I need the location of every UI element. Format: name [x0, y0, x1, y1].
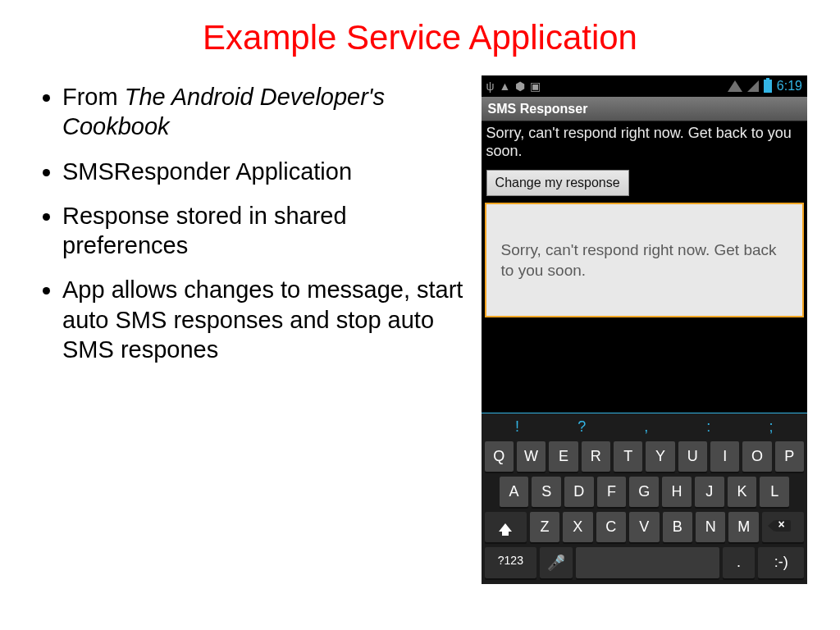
key-s[interactable]: S — [532, 477, 561, 507]
key-h[interactable]: H — [662, 477, 692, 507]
key-p[interactable]: P — [775, 441, 804, 472]
key-v[interactable]: V — [629, 512, 659, 542]
key-b[interactable]: B — [663, 512, 692, 542]
key-d[interactable]: D — [564, 477, 594, 507]
download-icon: ▣ — [530, 80, 541, 93]
key-period[interactable]: . — [723, 547, 756, 578]
mic-icon: 🎤 — [547, 555, 565, 571]
key-punct[interactable]: ? — [578, 418, 586, 436]
response-input-text: Sorry, can't respond right now. Get back… — [501, 240, 788, 281]
key-z[interactable]: Z — [530, 512, 559, 542]
key-punct[interactable]: ! — [515, 418, 519, 436]
key-space[interactable] — [576, 547, 719, 578]
key-e[interactable]: E — [549, 441, 578, 472]
key-m[interactable]: M — [728, 512, 758, 542]
slide-title: Example Service Application — [0, 0, 840, 72]
key-mic[interactable]: 🎤 — [540, 547, 573, 578]
backspace-icon — [774, 520, 791, 532]
key-punct[interactable]: : — [706, 418, 710, 436]
key-punct[interactable]: ; — [769, 418, 773, 436]
app-title-bar: SMS Responser — [482, 97, 807, 121]
keyboard-punct-row: ! ? , : ; — [482, 413, 807, 439]
keyboard-row-2: A S D F G H J K L — [482, 474, 807, 509]
status-bar: ψ ▲ ⬢ ▣ 6:19 — [482, 75, 807, 97]
key-shift[interactable] — [485, 512, 527, 542]
battery-icon — [764, 80, 772, 93]
bullet-list: From The Android Developer's Cookbook SM… — [33, 72, 473, 584]
key-w[interactable]: W — [517, 441, 546, 472]
key-backspace[interactable] — [762, 512, 804, 542]
key-n[interactable]: N — [696, 512, 725, 542]
key-k[interactable]: K — [728, 477, 757, 507]
android-icon: ⬢ — [515, 80, 525, 93]
key-f[interactable]: F — [597, 477, 627, 507]
usb-icon: ψ — [486, 80, 495, 93]
shift-icon — [499, 523, 512, 532]
bullet-item: SMSResponder Application — [62, 157, 473, 186]
key-numbers[interactable]: ?123 — [485, 547, 537, 578]
key-smiley[interactable]: :-) — [758, 547, 804, 578]
key-a[interactable]: A — [500, 477, 529, 507]
key-q[interactable]: Q — [485, 441, 514, 472]
key-i[interactable]: I — [710, 441, 739, 472]
status-time: 6:19 — [777, 79, 802, 94]
keyboard-row-1: Q W E R T Y U I O P — [482, 439, 807, 474]
bullet-item: Response stored in shared preferences — [62, 201, 473, 261]
bullet-item: App allows changes to message, start aut… — [62, 275, 473, 364]
bullet-item: From The Android Developer's Cookbook — [62, 82, 473, 142]
warning-icon: ▲ — [500, 80, 511, 93]
key-c[interactable]: C — [596, 512, 626, 542]
key-y[interactable]: Y — [646, 441, 674, 472]
keyboard-row-3: Z X C V B N M — [482, 509, 807, 545]
key-o[interactable]: O — [742, 441, 771, 472]
current-response-text: Sorry, can't respond right now. Get back… — [482, 121, 807, 167]
phone-screenshot: ψ ▲ ⬢ ▣ 6:19 SMS Responser Sorry, can't … — [482, 75, 807, 584]
change-response-button[interactable]: Change my response — [486, 170, 629, 196]
key-r[interactable]: R — [582, 441, 610, 472]
key-j[interactable]: J — [695, 477, 724, 507]
soft-keyboard: ! ? , : ; Q W E R T Y U I O P A S D — [482, 413, 807, 584]
key-g[interactable]: G — [629, 477, 659, 507]
wifi-icon — [728, 80, 742, 92]
key-t[interactable]: T — [614, 441, 642, 472]
signal-icon — [747, 80, 759, 92]
key-u[interactable]: U — [678, 441, 707, 472]
response-input[interactable]: Sorry, can't respond right now. Get back… — [485, 203, 804, 317]
key-punct[interactable]: , — [644, 418, 648, 436]
key-l[interactable]: L — [760, 477, 789, 507]
keyboard-row-4: ?123 🎤 . :-) — [482, 545, 807, 581]
key-x[interactable]: X — [563, 512, 592, 542]
